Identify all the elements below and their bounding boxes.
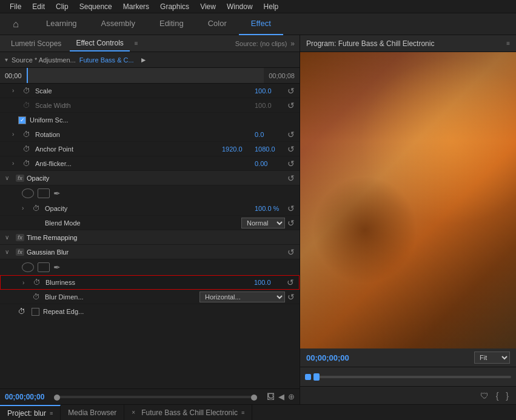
rotation-stopwatch[interactable]: ⏱ [23, 130, 33, 139]
blurriness-stopwatch[interactable]: ⏱ [33, 278, 43, 287]
tab-assembly[interactable]: Assembly [89, 13, 147, 35]
program-menu-icon[interactable]: ≡ [506, 40, 510, 47]
in-point-icon[interactable]: { [496, 391, 499, 401]
menu-markers[interactable]: Markers [118, 1, 154, 12]
opacity-stopwatch[interactable]: ⏱ [33, 204, 42, 213]
opacity-rect-tool[interactable] [38, 188, 50, 198]
blur-dimen-stopwatch[interactable]: ⏱ [33, 293, 42, 301]
bottom-tabs: Project: blur ≡ Media Browser × Future B… [0, 404, 516, 420]
anchor-value1[interactable]: 1920.0 [222, 145, 252, 153]
scale-width-stopwatch[interactable]: ⏱ [23, 101, 33, 110]
opacity-value-expand[interactable]: › [22, 205, 30, 212]
progress-handle-right[interactable] [251, 395, 257, 401]
anti-flicker-expand[interactable]: › [12, 160, 21, 167]
menu-clip[interactable]: Clip [51, 1, 73, 12]
opacity-reset[interactable]: ↺ [287, 204, 295, 213]
gaussian-blur-collapse[interactable]: ∨ [5, 248, 13, 255]
anti-flicker-reset[interactable]: ↺ [287, 159, 295, 168]
uniform-scale-row: ✓ Uniform Sc... [0, 113, 300, 127]
tab-learning[interactable]: Learning [34, 13, 89, 35]
blurriness-reset[interactable]: ↺ [287, 278, 294, 287]
menu-file[interactable]: File [5, 1, 26, 12]
blend-mode-label: Blend Mode [45, 219, 241, 227]
opacity-value[interactable]: 100.0 % [255, 205, 285, 212]
menu-help[interactable]: Help [259, 1, 284, 12]
timeline-end: 00;00;08 [269, 72, 295, 79]
scale-width-reset[interactable]: ↺ [287, 101, 295, 110]
blurriness-value[interactable]: 100.0 [254, 279, 284, 286]
source-clip-link[interactable]: Future Bass & C... [79, 56, 134, 64]
video-preview-content [300, 52, 516, 348]
source-expand-icon[interactable]: ▾ [5, 56, 8, 63]
preview-fit-controls: Fit 25% 50% 75% 100% [474, 352, 510, 364]
time-remapping-collapse[interactable]: ∨ [5, 234, 13, 241]
scale-width-row: ⏱ Scale Width 100.0 ↺ [0, 98, 300, 113]
rotation-value[interactable]: 0.0 [255, 131, 285, 138]
scale-expand[interactable]: › [12, 87, 21, 94]
preview-timecode-display[interactable]: 00;00;00;00 [306, 353, 349, 362]
home-button[interactable]: ⌂ [5, 13, 27, 35]
blurriness-expand[interactable]: › [22, 279, 31, 286]
tab-effect[interactable]: Effect [239, 13, 283, 35]
repeat-edge-checkbox[interactable] [32, 308, 39, 316]
anchor-reset[interactable]: ↺ [287, 144, 295, 154]
opacity-collapse[interactable]: ∨ [5, 175, 13, 181]
panel-menu-icon[interactable]: ≡ [135, 40, 138, 47]
uniform-scale-checkbox[interactable]: ✓ [18, 116, 26, 124]
tab-color[interactable]: Color [196, 13, 239, 35]
blur-dimen-select[interactable]: Horizontal... Vertical Horizontal and Ve… [199, 292, 285, 302]
panel-expand-button[interactable]: » [290, 39, 295, 48]
out-point-icon[interactable]: } [506, 391, 509, 401]
menu-sequence[interactable]: Sequence [75, 1, 117, 12]
gaussian-blur-pen-tool[interactable]: ✒ [53, 262, 61, 272]
menu-window[interactable]: Window [222, 1, 258, 12]
source-play-button[interactable]: ► [140, 56, 147, 64]
prev-keyframe-button[interactable]: ◀ [278, 392, 284, 401]
preview-fit-dropdown[interactable]: Fit 25% 50% 75% 100% [474, 352, 510, 364]
bottom-tab-project[interactable]: Project: blur ≡ [0, 405, 61, 421]
gaussian-blur-rect-tool[interactable] [38, 262, 50, 272]
gaussian-blur-ellipse-tool[interactable] [22, 262, 34, 272]
progress-handle-left[interactable] [54, 395, 60, 401]
scrubber-handle[interactable] [313, 373, 320, 381]
opacity-label: Opacity [45, 205, 255, 212]
preview-scrubber[interactable] [313, 376, 511, 378]
sequence-tab-close[interactable]: × [132, 409, 135, 416]
filter-button[interactable]: ⛾ [267, 392, 275, 401]
gaussian-blur-label: Gaussian Blur [27, 248, 285, 256]
blur-dimen-reset[interactable]: ↺ [287, 292, 295, 302]
anchor-value2[interactable]: 1080.0 [255, 145, 285, 153]
anti-flicker-stopwatch[interactable]: ⏱ [23, 159, 33, 168]
scale-value[interactable]: 100.0 [255, 87, 285, 95]
timeline-track[interactable] [27, 68, 264, 83]
gaussian-blur-reset[interactable]: ↺ [287, 247, 295, 257]
anchor-stopwatch[interactable]: ⏱ [23, 145, 33, 153]
rotation-expand[interactable]: › [12, 131, 21, 138]
bottom-tab-sequence[interactable]: × Future Bass & Chill Electronic ≡ [124, 405, 252, 421]
bottom-progress-bar[interactable] [54, 396, 257, 398]
tab-lumetri-scopes[interactable]: Lumetri Scopes [5, 35, 67, 52]
tab-editing[interactable]: Editing [147, 13, 196, 35]
opacity-section: ∨ fx Opacity ↺ [0, 171, 300, 185]
opacity-pen-tool[interactable]: ✒ [53, 188, 61, 198]
scrubber-start-handle[interactable] [305, 374, 311, 380]
timeline-mini: 00;00 00;00;08 [0, 68, 300, 84]
scale-reset[interactable]: ↺ [287, 86, 295, 96]
bottom-tab-media-browser[interactable]: Media Browser [61, 405, 124, 421]
tab-effect-controls[interactable]: Effect Controls [70, 35, 129, 52]
menu-edit[interactable]: Edit [27, 1, 50, 12]
menu-bar: File Edit Clip Sequence Markers Graphics… [0, 0, 516, 13]
menu-graphics[interactable]: Graphics [155, 1, 194, 12]
scale-stopwatch[interactable]: ⏱ [23, 87, 33, 95]
preview-scrubber-bar [300, 367, 516, 386]
blend-mode-select[interactable]: Normal Dissolve Darken Multiply Screen O… [241, 218, 285, 228]
shield-icon[interactable]: 🛡 [480, 391, 489, 401]
anti-flicker-value[interactable]: 0.00 [255, 160, 285, 167]
menu-view[interactable]: View [195, 1, 221, 12]
add-keyframe-button[interactable]: ⊕ [288, 392, 295, 401]
scale-label: Scale [35, 87, 255, 95]
blend-mode-reset[interactable]: ↺ [287, 218, 295, 228]
opacity-ellipse-tool[interactable] [22, 188, 34, 198]
rotation-reset[interactable]: ↺ [287, 130, 295, 139]
opacity-section-reset[interactable]: ↺ [287, 173, 295, 183]
